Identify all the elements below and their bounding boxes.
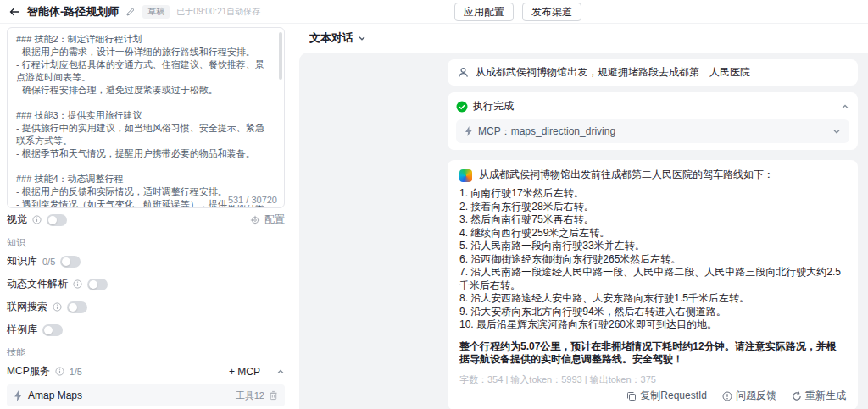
refresh-icon: [792, 391, 802, 401]
vision-info-icon[interactable]: [32, 215, 42, 224]
mcp-info-icon[interactable]: [55, 367, 64, 376]
back-arrow-icon: [8, 6, 20, 18]
chevron-down-icon: [358, 34, 366, 42]
execution-status-label: 执行完成: [473, 99, 514, 113]
chevron-up-icon: [841, 102, 849, 111]
execution-status-header[interactable]: 执行完成: [456, 99, 849, 113]
apply-config-button[interactable]: 应用配置: [454, 3, 514, 21]
skills-section-label: 技能: [7, 345, 285, 360]
execution-card: 执行完成 MCP：maps_direction_driving: [448, 92, 858, 150]
gear-icon: [250, 215, 260, 225]
copy-requestid-button[interactable]: 复制RequestId: [626, 390, 707, 403]
message-actions: 复制RequestId 问题反馈 重新生成: [459, 390, 846, 403]
prompt-editor[interactable]: ### 技能2：制定详细行程计划 - 根据用户的需求，设计一份详细的旅行路线和行…: [7, 27, 285, 208]
pencil-icon: [125, 7, 136, 17]
regenerate-button[interactable]: 重新生成: [792, 390, 846, 403]
route-step: 9. 沿大安桥向东北方向行驶94米，然后右转进入右侧道路。: [459, 306, 846, 319]
knowledge-base-row: 知识库 0/5: [7, 250, 285, 273]
web-search-toggle[interactable]: [67, 301, 87, 313]
delete-mcp-button[interactable]: [269, 390, 278, 401]
chat-mode-label: 文本对话: [309, 30, 353, 46]
back-button[interactable]: [8, 6, 20, 18]
tool-icon: [465, 126, 473, 136]
user-message-text: 从成都武侯祠博物馆出发，规避拥堵路段去成都第二人民医院: [476, 65, 750, 80]
web-search-row: 联网搜索: [7, 296, 285, 318]
chat-body: 从成都武侯祠博物馆出发，规避拥堵路段去成都第二人民医院 执行完成 MCP：map…: [299, 53, 868, 409]
main-layout: ### 技能2：制定详细行程计划 - 根据用户的需求，设计一份详细的旅行路线和行…: [0, 24, 868, 409]
route-step: 5. 沿人民南路一段向南行驶33米并左转。: [459, 240, 846, 253]
route-step: 7. 沿人民南路一段途经人民中路一段、人民中路二段、人民中路三段向北行驶大约2.…: [459, 266, 846, 292]
sample-lib-label: 样例库: [7, 323, 37, 337]
autosave-status: 已于09:00:21自动保存: [176, 6, 260, 18]
route-step: 3. 然后向南行驶75米再右转。: [459, 213, 846, 227]
knowledge-base-count: 0/5: [42, 257, 55, 267]
mcp-service-row: MCP服务 1/5 + MCP: [7, 360, 285, 383]
chat-mode-selector[interactable]: 文本对话: [292, 24, 868, 53]
vision-label: 视觉: [7, 213, 27, 227]
route-steps: 1. 向南行驶17米然后左转。 2. 接着向东行驶28米后右转。 3. 然后向南…: [459, 187, 846, 332]
copy-icon: [626, 391, 637, 401]
dynamic-file-toggle[interactable]: [87, 279, 108, 290]
route-step: 4. 继续向西行驶259米之后左转。: [459, 227, 846, 240]
mcp-call-row[interactable]: MCP：maps_direction_driving: [456, 119, 849, 143]
publish-channel-button[interactable]: 发布渠道: [522, 3, 581, 21]
trash-icon: [269, 390, 278, 401]
agent-title: 智能体-路径规划师: [27, 4, 119, 19]
prompt-text[interactable]: ### 技能2：制定详细行程计划 - 根据用户的需求，设计一份详细的旅行路线和行…: [16, 33, 272, 208]
web-search-label: 联网搜索: [7, 300, 47, 314]
config-panel: ### 技能2：制定详细行程计划 - 根据用户的需求，设计一份详细的旅行路线和行…: [0, 24, 292, 409]
route-summary: 整个行程约为5.07公里，预计在非拥堵情况下耗时约12分钟。请注意实际路况，并根…: [459, 340, 846, 367]
mcp-count: 1/5: [70, 367, 82, 377]
char-counter: 531 / 30720: [225, 195, 277, 205]
knowledge-base-toggle[interactable]: [60, 256, 81, 268]
sample-lib-toggle[interactable]: [42, 324, 63, 336]
vision-row: 视觉 配置: [7, 208, 285, 231]
mcp-item-amap[interactable]: Amap Maps 工具12: [7, 384, 285, 406]
mcp-collapse-button[interactable]: [276, 368, 285, 376]
chevron-up-icon: [276, 368, 285, 376]
execution-collapse-button[interactable]: [841, 102, 849, 111]
mcp-service-label: MCP服务: [7, 364, 50, 379]
chevron-down-icon: [832, 127, 841, 135]
feedback-button[interactable]: 问题反馈: [722, 390, 776, 403]
assistant-message: 从成都武侯祠博物馆出发前往成都第二人民医院的驾车路线如下： 1. 向南行驶17米…: [448, 160, 858, 409]
feedback-icon: [722, 391, 732, 401]
token-stats: 字数：354 | 输入token：5993 | 输出token：375: [459, 373, 846, 387]
knowledge-section-label: 知识: [7, 235, 285, 250]
user-message: 从成都武侯祠博物馆出发，规避拥堵路段去成都第二人民医院: [448, 59, 858, 86]
assistant-avatar: [459, 169, 472, 182]
route-step: 2. 接着向东行驶28米后右转。: [459, 201, 846, 214]
dynamic-file-row: 动态文件解析: [7, 273, 285, 296]
user-icon: [458, 67, 469, 78]
topbar: 智能体-路径规划师 草稿 已于09:00:21自动保存 应用配置 发布渠道: [0, 0, 868, 24]
route-step: 10. 最后沿星辉东滨河路向东行驶260米即可到达目的地。: [459, 318, 846, 332]
web-search-info-icon[interactable]: [53, 302, 62, 312]
mcp-item-name: Amap Maps: [28, 390, 82, 401]
vision-config-button[interactable]: 配置: [250, 213, 285, 227]
topbar-actions: 应用配置 发布渠道: [454, 3, 581, 21]
dynamic-file-label: 动态文件解析: [7, 277, 68, 291]
assistant-intro: 从成都武侯祠博物馆出发前往成都第二人民医院的驾车路线如下：: [479, 169, 774, 182]
dynamic-file-info-icon[interactable]: [73, 279, 82, 289]
vision-config-label: 配置: [264, 213, 285, 227]
prompt-scrollbar[interactable]: [279, 32, 282, 80]
preview-panel: 文本对话 从成都武侯祠博物馆出发，规避拥堵路段去成都第二人民医院 执行完成: [292, 24, 868, 409]
add-mcp-button[interactable]: + MCP: [229, 366, 260, 378]
route-step: 8. 沿大安西路途经大安中路、大安东路向东行驶1.5千米后左转。: [459, 292, 846, 306]
route-step: 6. 沿西御街途经东御街向东行驶265米然后左转。: [459, 253, 846, 267]
mcp-call-label: MCP：maps_direction_driving: [478, 124, 615, 139]
mcp-call-expand-button[interactable]: [832, 127, 841, 135]
route-step: 1. 向南行驶17米然后左转。: [459, 187, 846, 201]
vision-toggle[interactable]: [47, 214, 67, 226]
knowledge-base-label: 知识库: [7, 254, 37, 268]
plugin-icon: [14, 390, 23, 401]
draft-badge: 草稿: [142, 5, 170, 19]
app-window: 智能体-路径规划师 草稿 已于09:00:21自动保存 应用配置 发布渠道 ##…: [0, 0, 868, 409]
mcp-item-tools-badge: 工具12: [236, 390, 264, 402]
check-circle-icon: [456, 101, 468, 113]
edit-title-button[interactable]: [125, 7, 136, 17]
sample-lib-row: 样例库: [7, 318, 285, 341]
